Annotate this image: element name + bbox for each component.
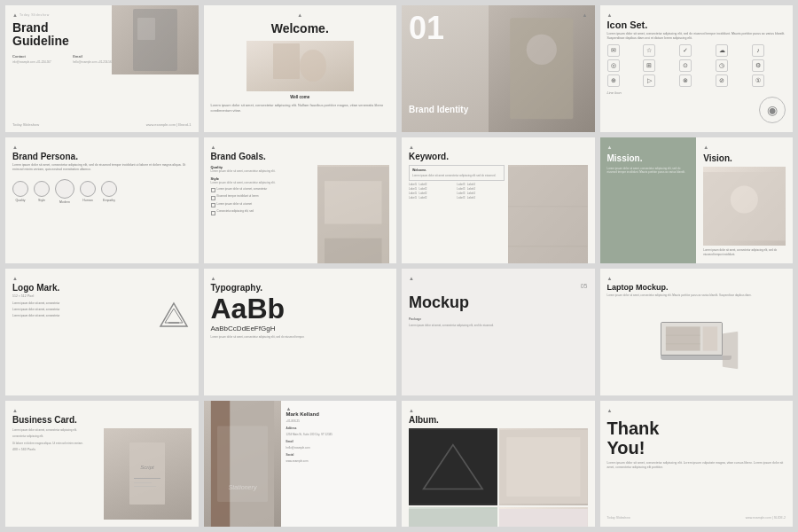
logo-icon: ▲: [409, 408, 414, 413]
kw-row: Label1 Label2: [409, 196, 456, 200]
slide10-logo: ▲: [211, 276, 390, 281]
kw-rows: Label1 Label2 Label3 Label4 Label1 Label…: [409, 183, 505, 200]
slide2-subtitle: Well come: [290, 95, 309, 99]
svg-marker-15: [165, 309, 183, 323]
icon-record: ⊙: [679, 59, 692, 72]
svg-point-5: [527, 35, 557, 65]
slide-thank-you: ▲ Thank You! Lorem ipsum dolor sit amet,…: [600, 401, 794, 528]
slide2-title: Welcome.: [271, 21, 329, 35]
slide7-image: [508, 165, 588, 264]
slide9-title: Logo Mark.: [12, 283, 192, 293]
circle-label: Human: [82, 199, 92, 202]
list-item: Eiusmod tempor incididunt ut lorem: [211, 195, 315, 200]
icon-close: ⊗: [679, 74, 692, 87]
svg-rect-9: [508, 167, 588, 264]
list-item: Lorem ipsum dolor sit ut amet, consectet…: [211, 188, 315, 193]
slide-mission-vision: ▲ Mission. Lorem ipsum dolor sit amet, c…: [600, 137, 794, 264]
line-icon-label: Line Icon: [607, 90, 622, 95]
svg-rect-37: [499, 509, 588, 527]
slide4-title: Icon Set.: [607, 20, 786, 30]
slide14-email-label: Email: [286, 440, 392, 443]
slide12-desc: Lorem ipsum dolor sit amet, consectetur …: [607, 293, 786, 297]
slide10-font-sub: AaBbCcDdEeFfGgH: [211, 325, 390, 332]
list-text: Lorem ipsum dolor sit ut amet, consectet…: [217, 188, 268, 192]
slide15-grid: [409, 428, 588, 528]
svg-text:Stationery: Stationery: [228, 483, 256, 490]
logo-icon: ▲: [409, 145, 414, 150]
circle-label: Style: [38, 199, 45, 202]
slide-album: ▲ Album.: [402, 401, 595, 528]
logo-item-desc: Lorem ipsum dolor sit amet, consectetur: [12, 314, 153, 317]
circle-human: Human: [80, 181, 96, 202]
slide10-font-preview: AaBb: [211, 294, 390, 323]
logo-col: Lorem ipsum dolor sit amet, consectetur …: [12, 301, 153, 321]
goal-desc: Lorem ipsum dolor sit amet, consectetur …: [211, 169, 315, 173]
kw-row: Label3 Label4: [457, 192, 504, 195]
svg-rect-7: [325, 181, 381, 223]
slide7-title: Keyword.: [409, 152, 588, 161]
list-text: Eiusmod tempor incididunt ut lorem: [217, 195, 259, 199]
slide14-address: 1234 Main St, Suite 100 City, ST 12345: [286, 433, 392, 437]
slide-keyword: ▲ Keyword. Welcome. Lorem ipsum dolor si…: [402, 137, 595, 264]
slide6-layout: Quality Lorem ipsum dolor sit amet, cons…: [211, 165, 390, 264]
mission-desc: Lorem ipsum dolor sit amet, consectetur …: [607, 167, 690, 175]
slide6-image: [317, 165, 389, 264]
icon-target: ◎: [607, 59, 620, 72]
slide4-icon-grid: ✉ ☆ ✓ ☁ ♪ ◎ ⊞ ⊙ ◷ ⚙ ⊕ ▷ ⊗ ⊘ ①: [607, 44, 786, 87]
svg-rect-24: [134, 478, 160, 479]
album-cell-1: [409, 428, 497, 505]
slide9-items: Lorem ipsum dolor sit amet, consectetur …: [12, 301, 192, 328]
bc-desc: consectetur adipiscing elit.: [12, 434, 100, 439]
slide16-title: Thank You!: [607, 419, 786, 458]
vision-logo: ▲: [703, 145, 786, 150]
checkbox-icon: [211, 203, 215, 207]
svg-text:Script: Script: [140, 465, 154, 470]
slide7-left: Welcome. Lorem ipsum dolor sit amet cons…: [409, 165, 505, 264]
vision-image: [703, 167, 786, 246]
svg-rect-1: [137, 18, 155, 40]
slide6-title: Brand Goals.: [211, 152, 390, 161]
kw-row: Label3 Label4: [457, 183, 504, 186]
svg-rect-31: [409, 430, 497, 504]
circle-empathy: Empathy: [101, 181, 117, 202]
slide12-laptop: [607, 301, 786, 387]
album-cell-2: [499, 428, 588, 505]
slide4-logo: ▲: [607, 12, 786, 18]
checkbox-icon: [211, 196, 215, 200]
icon-check: ✓: [679, 44, 692, 57]
laptop-visual: [661, 322, 732, 366]
kw-box: Welcome. Lorem ipsum dolor sit amet cons…: [409, 165, 505, 181]
slide14-website: www.example.com: [286, 459, 392, 464]
slide-typography: ▲ Typography. AaBb AaBbCcDdEeFfGgH Lorem…: [204, 269, 397, 395]
slide3-number: 01: [409, 12, 444, 44]
logo-item-desc: Lorem ipsum dolor sit amet, consectetur: [12, 301, 153, 305]
slide3-title: Brand Identity: [409, 105, 468, 114]
icon-music: ♪: [752, 44, 764, 57]
slide11-desc-label: Package: [409, 317, 588, 321]
checkbox-icon: [211, 188, 215, 192]
slide16-logo: ▲: [607, 408, 786, 413]
vision-desc: Lorem ipsum dolor sit amet, consectetur …: [703, 248, 786, 256]
svg-rect-2: [273, 43, 300, 79]
circle-modern: Modern: [55, 179, 74, 204]
checkbox-icon: [211, 211, 215, 215]
icon-mail: ✉: [607, 44, 620, 57]
slide12-logo: ▲: [607, 276, 786, 281]
email-val: hello@example.com +01-234-568: [73, 60, 113, 64]
slide11-number: 05: [409, 283, 588, 289]
slide1-image: [112, 5, 199, 74]
svg-rect-4: [510, 18, 573, 119]
icon-grid: ⊞: [643, 59, 655, 72]
icon-play: ▷: [643, 74, 655, 87]
slide-brand-goals: ▲ Brand Goals. Quality Lorem ipsum dolor…: [204, 137, 397, 264]
slide11-title: Mockup: [409, 293, 588, 312]
album-cell-4: [499, 507, 588, 527]
slide7-logo: ▲: [409, 145, 588, 150]
kw-row: Label1 Label2: [409, 187, 456, 191]
slide-mockup: ▲ 05 Mockup Package Lorem ipsum dolor si…: [402, 269, 595, 395]
slide-letterhead: Stationery ▲ Mark Kelland +01-806-25 Add…: [204, 401, 397, 528]
slide11-layout: 05 Mockup Package Lorem ipsum dolor sit …: [409, 281, 588, 388]
slide13-layout: Lorem ipsum dolor sit amet, consectetur …: [12, 428, 192, 520]
vision-title: Vision.: [703, 153, 786, 163]
logo-icon: ▲: [211, 145, 216, 150]
